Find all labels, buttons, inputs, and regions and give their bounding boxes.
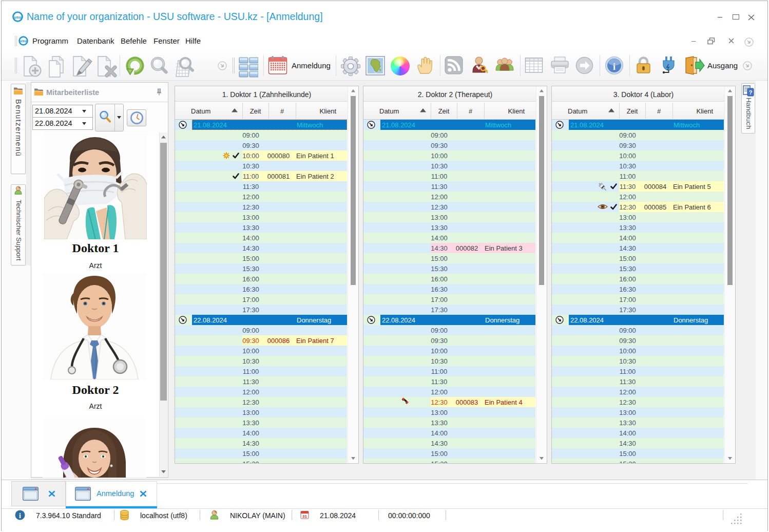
svg-text:31: 31 — [302, 514, 307, 519]
svg-text:?: ? — [749, 89, 753, 96]
svg-text:i: i — [19, 512, 21, 520]
svg-text:usu: usu — [14, 15, 21, 20]
svg-text:i: i — [613, 62, 616, 72]
svg-text:usu: usu — [20, 39, 27, 43]
